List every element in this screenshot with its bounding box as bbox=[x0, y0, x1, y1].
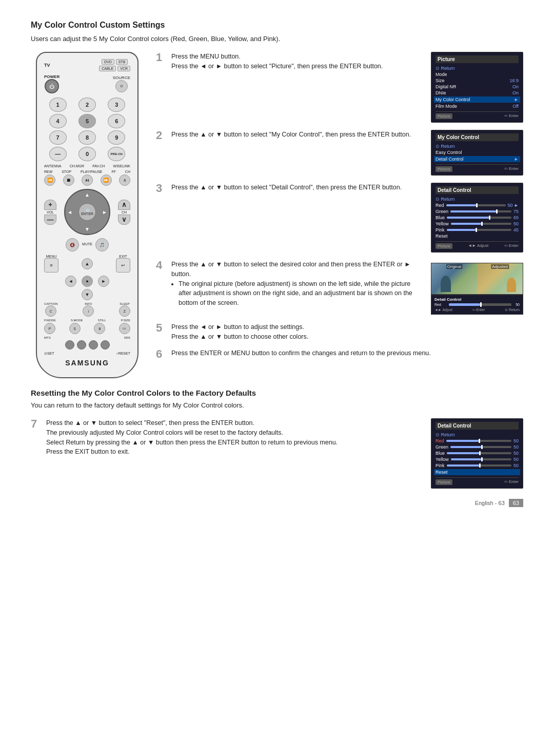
nav-up-arrow[interactable]: ▲ bbox=[85, 192, 90, 198]
set-label: ⊙SET bbox=[44, 352, 54, 356]
still-button[interactable]: ⏸ bbox=[94, 323, 105, 334]
step-5-text: Press the ◄ or ► button to adjust the se… bbox=[171, 322, 523, 342]
nav-center2[interactable]: ● bbox=[82, 276, 93, 287]
smode-label: S.MODE bbox=[71, 319, 83, 322]
bottom-title: Detail Control bbox=[434, 297, 520, 302]
btn-1[interactable]: 1 bbox=[49, 98, 67, 112]
exit-button[interactable]: ↩ bbox=[116, 258, 130, 273]
playpause-button[interactable]: ⏯ bbox=[82, 175, 93, 186]
bottom-nav-row: ◄► Adjust ⇦ Enter ⊙ Return bbox=[434, 308, 520, 312]
detail-return-1: ⊙ Return bbox=[436, 196, 519, 202]
info-button[interactable]: i bbox=[83, 305, 94, 317]
btn-prech[interactable]: PRE-CH bbox=[108, 147, 125, 161]
bottom-adjust-label: ◄► Adjust bbox=[434, 308, 452, 312]
btn-7[interactable]: 7 bbox=[49, 130, 67, 145]
nav-down2[interactable]: ▼ bbox=[82, 289, 93, 300]
exit-label: EXIT bbox=[119, 255, 127, 258]
rew-label: REW bbox=[44, 170, 52, 173]
menu-button[interactable]: ≡ bbox=[44, 258, 58, 273]
reset-footer-nav: ⇦ Enter bbox=[504, 479, 519, 485]
picture-size-row: Size16:9 bbox=[436, 77, 519, 84]
detail-reset-row: Reset bbox=[436, 233, 519, 239]
page-footer: English - 63 63 bbox=[31, 499, 523, 507]
step-number-7: 7 bbox=[31, 418, 41, 430]
nav-right-arrow[interactable]: ► bbox=[102, 209, 107, 215]
smode-button[interactable]: S bbox=[69, 323, 81, 334]
fx-button[interactable]: 🎵 bbox=[95, 238, 109, 251]
source-label: SOURCE bbox=[113, 75, 130, 80]
step-3-text: Press the ▲ or ▼ button to select "Detai… bbox=[171, 183, 424, 192]
adjusted-label: Adjusted bbox=[491, 264, 509, 269]
remote-image: TV DVD STB CABLE VCR POWER ⏻ bbox=[31, 52, 144, 378]
step-6-text: Press the ENTER or MENU button to confir… bbox=[171, 348, 523, 358]
page-title: My Color Control Custom Settings bbox=[31, 21, 523, 30]
btn-5[interactable]: 5 bbox=[78, 114, 96, 128]
remote: TV DVD STB CABLE VCR POWER ⏻ bbox=[36, 52, 138, 378]
bottom-return-label: ⊙ Return bbox=[505, 308, 520, 312]
vol-up-button[interactable]: + bbox=[44, 200, 56, 210]
detail-blue-row: Blue 65 bbox=[436, 215, 519, 221]
srs-label: SRS bbox=[124, 336, 130, 339]
mycolor-footer-nav: ⇦ Enter bbox=[504, 166, 519, 172]
stb-btn[interactable]: STB bbox=[116, 59, 128, 65]
picture-footer-nav: ⇦ Enter bbox=[504, 113, 519, 119]
step-7-text3: Select Return by pressing the ▲ or ▼ but… bbox=[46, 438, 424, 448]
btn-6[interactable]: 6 bbox=[108, 114, 125, 128]
detail-yellow-row: Yellow 50 bbox=[436, 221, 519, 227]
mycolor-return: ⊙ Return bbox=[436, 143, 519, 149]
step-4: 4 Press the ▲ or ▼ button to select the … bbox=[156, 260, 523, 315]
screen-picture-title: Picture bbox=[436, 55, 519, 63]
step-2: 2 Press the ▲ or ▼ button to select "My … bbox=[156, 130, 523, 176]
enter-button[interactable]: 💿 ENTER bbox=[78, 203, 96, 221]
favch-label: FAV.CH bbox=[92, 164, 105, 168]
color-btn-3[interactable] bbox=[89, 340, 98, 350]
footer-text: English - 63 bbox=[475, 500, 505, 506]
tv-label: TV bbox=[44, 63, 50, 68]
color-btn-2[interactable] bbox=[77, 340, 86, 350]
original-label: Original bbox=[446, 264, 463, 269]
ch-down-button[interactable]: ∨ bbox=[118, 215, 130, 225]
ch-button[interactable]: ∧ bbox=[119, 175, 130, 186]
still-label: STILL bbox=[98, 319, 106, 322]
step-number-1: 1 bbox=[156, 52, 166, 63]
nav-right2[interactable]: ► bbox=[98, 276, 109, 287]
ch-label: CH bbox=[122, 210, 127, 215]
btn-2[interactable]: 2 bbox=[78, 98, 96, 112]
nav-left-arrow[interactable]: ◄ bbox=[67, 209, 72, 215]
caption-button[interactable]: C bbox=[45, 305, 56, 317]
color-btn-4[interactable] bbox=[101, 340, 110, 350]
ch-transport-label: CH bbox=[125, 170, 130, 173]
stop-button[interactable]: ⏹ bbox=[63, 175, 74, 186]
color-btn-1[interactable] bbox=[65, 340, 74, 350]
mute-button[interactable]: 🔇 bbox=[66, 238, 79, 251]
btn-0[interactable]: 0 bbox=[78, 147, 96, 161]
pmode-button[interactable]: P bbox=[44, 323, 55, 334]
power-button[interactable]: ⏻ bbox=[45, 79, 59, 93]
btn-9[interactable]: 9 bbox=[108, 130, 125, 145]
picture-mode-row: Mode bbox=[436, 71, 519, 77]
dvd-btn[interactable]: DVD bbox=[102, 59, 114, 65]
nav-cluster: ▲ ▼ ◄ ► 💿 ENTER bbox=[64, 189, 110, 235]
btn-4[interactable]: 4 bbox=[49, 114, 67, 128]
psize-button[interactable]: ▭ bbox=[119, 323, 130, 334]
nav-down-arrow[interactable]: ▼ bbox=[85, 226, 90, 232]
vcr-btn[interactable]: VCR bbox=[117, 66, 130, 71]
mycolor-footer-icon: Picture bbox=[436, 166, 452, 172]
ch-up-button[interactable]: ∧ bbox=[118, 200, 130, 210]
btn-8[interactable]: 8 bbox=[78, 130, 96, 145]
nav-up2[interactable]: ▲ bbox=[82, 258, 93, 269]
nav-left2[interactable]: ◄ bbox=[65, 276, 76, 287]
reset-red-row: Red 50 bbox=[436, 438, 519, 444]
source-button[interactable]: ⊙ bbox=[115, 80, 128, 92]
rew-button[interactable]: ⏪ bbox=[44, 175, 55, 186]
vol-down-button[interactable]: — bbox=[44, 215, 56, 225]
detail-footer-icon-1: Picture bbox=[436, 243, 452, 249]
orig-adj-preview: Original Adjusted bbox=[431, 263, 523, 295]
ff-button[interactable]: ⏩ bbox=[101, 175, 112, 186]
btn-dash[interactable]: — bbox=[49, 147, 67, 161]
mycolor-easy-row: Easy Control bbox=[436, 149, 519, 156]
sleep-button[interactable]: Z bbox=[119, 305, 130, 317]
screen-mycolorcontrol: My Color Control ⊙ Return Easy Control D… bbox=[431, 130, 523, 176]
btn-3[interactable]: 3 bbox=[108, 98, 125, 112]
cable-btn[interactable]: CABLE bbox=[99, 66, 116, 71]
